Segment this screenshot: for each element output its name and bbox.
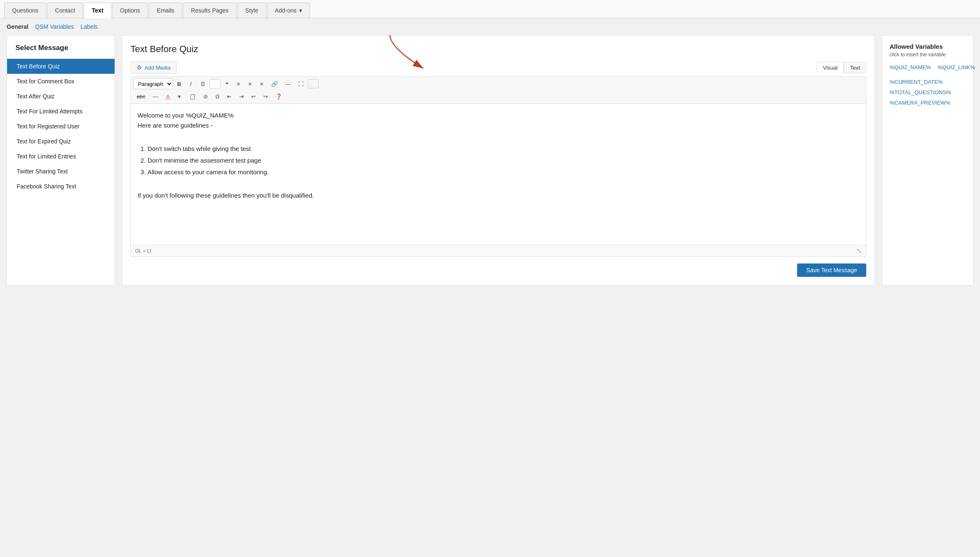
variable-current-date[interactable]: %CURRENT_DATE% xyxy=(890,79,965,85)
subnav-general[interactable]: General xyxy=(7,23,28,30)
align-center-button[interactable]: ≡ xyxy=(245,78,255,89)
sidebar-item-text-before-quiz[interactable]: Text Before Quiz xyxy=(7,59,115,74)
visual-text-tabs: Visual Text xyxy=(817,62,866,73)
subnav-qsm-variables[interactable]: QSM Variables xyxy=(35,23,74,30)
variable-quiz-name[interactable]: %QUIZ_NAME% xyxy=(890,64,931,70)
sidebar-item-text-for-limited-entries[interactable]: Text for Limited Entries xyxy=(7,149,115,164)
outdent-button[interactable]: ⇤ xyxy=(224,91,235,102)
sidebar: Select Message Text Before Quiz Text for… xyxy=(7,35,115,286)
toolbar-row-2: abc — A ▾ 📋 ⊘ Ω ⇤ ⇥ ↩ ↪ ❓ xyxy=(133,91,863,102)
add-media-bar: ⚙ Add Media Visual Text xyxy=(130,61,866,74)
editor-area: Text Before Quiz ⚙ Add Media Visual Text… xyxy=(122,35,875,286)
sub-nav: General QSM Variables Labels xyxy=(0,18,980,35)
variable-total-questions[interactable]: %TOTAL_QUESTIONS% xyxy=(890,89,965,95)
sidebar-title: Select Message xyxy=(7,44,115,59)
paste-from-word-button[interactable]: 📋 xyxy=(186,91,199,102)
main-content: Select Message Text Before Quiz Text for… xyxy=(0,35,980,292)
subnav-labels[interactable]: Labels xyxy=(80,23,98,30)
color-box-button[interactable] xyxy=(210,79,220,88)
resize-handle[interactable]: ⤡ xyxy=(856,247,862,255)
variables-row-1: %QUIZ_NAME% %QUIZ_LINK% xyxy=(890,64,965,75)
tab-bar: Questions Contact Text Options Emails Re… xyxy=(0,0,980,18)
allowed-variables-panel: Allowed Variables click to insert the va… xyxy=(882,35,973,286)
visual-tab[interactable]: Visual xyxy=(817,62,844,73)
sidebar-item-text-for-expired-quiz[interactable]: Text for Expired Quiz xyxy=(7,134,115,149)
help-button[interactable]: ❓ xyxy=(272,91,285,102)
paragraph-select[interactable]: Paragraph Heading 1 Heading 2 Heading 3 xyxy=(133,78,173,89)
add-media-icon: ⚙ xyxy=(137,64,142,71)
toolbar-row-1: Paragraph Heading 1 Heading 2 Heading 3 … xyxy=(133,78,863,89)
sidebar-item-facebook-sharing-text[interactable]: Facebook Sharing Text xyxy=(7,179,115,194)
blockquote-button[interactable]: ❝ xyxy=(221,78,232,89)
editor-content[interactable]: Welcome to your %QUIZ_NAME% Here are som… xyxy=(130,103,866,245)
sidebar-item-text-for-registered-user[interactable]: Text for Registered User xyxy=(7,119,115,134)
more-options-button[interactable] xyxy=(308,79,319,88)
editor-toolbar: Paragraph Heading 1 Heading 2 Heading 3 … xyxy=(130,76,866,103)
align-left-button[interactable]: ≡ xyxy=(233,78,244,89)
save-btn-row: Save Text Message xyxy=(130,263,866,277)
tab-text[interactable]: Text xyxy=(84,3,111,18)
indent-button[interactable]: ⇥ xyxy=(236,91,247,102)
text-color-button[interactable]: A xyxy=(162,91,173,102)
save-text-message-button[interactable]: Save Text Message xyxy=(797,263,866,277)
variable-camera-preview[interactable]: %CAMERA_PREVIEW% xyxy=(890,100,965,106)
sidebar-item-text-for-comment-box[interactable]: Text for Comment Box xyxy=(7,74,115,89)
sidebar-item-twitter-sharing-text[interactable]: Twitter Sharing Text xyxy=(7,164,115,179)
add-media-button[interactable]: ⚙ Add Media xyxy=(130,61,177,74)
hr-button[interactable]: — xyxy=(150,91,162,102)
special-char-button[interactable]: Ω xyxy=(212,91,223,102)
editor-statusbar: OL » LI ⤡ xyxy=(130,245,866,257)
editor-path: OL » LI xyxy=(135,248,151,254)
redo-button[interactable]: ↪ xyxy=(260,91,271,102)
italic-button[interactable]: I xyxy=(185,78,196,89)
text-tab[interactable]: Text xyxy=(844,62,866,73)
tab-add-ons[interactable]: Add-ons ▾ xyxy=(267,3,310,18)
clear-formatting-button[interactable]: ⊘ xyxy=(200,91,211,102)
sidebar-item-text-for-limited-attempts[interactable]: Text For Limited Attempts xyxy=(7,104,115,119)
tab-questions[interactable]: Questions xyxy=(4,3,46,18)
undo-button[interactable]: ↩ xyxy=(248,91,259,102)
editor-title: Text Before Quiz xyxy=(130,44,866,55)
bold-button[interactable]: B xyxy=(174,78,185,89)
allowed-variables-title: Allowed Variables xyxy=(890,43,965,50)
tab-style[interactable]: Style xyxy=(238,3,266,18)
tab-contact[interactable]: Contact xyxy=(47,3,83,18)
tab-emails[interactable]: Emails xyxy=(149,3,182,18)
tab-options[interactable]: Options xyxy=(112,3,148,18)
unordered-list-button[interactable]: ☰ xyxy=(197,78,209,89)
link-button[interactable]: 🔗 xyxy=(268,78,281,89)
variable-quiz-link[interactable]: %QUIZ_LINK% xyxy=(938,64,975,70)
align-right-button[interactable]: ≡ xyxy=(256,78,267,89)
fullscreen-button[interactable]: ⛶ xyxy=(295,78,307,89)
sidebar-item-text-after-quiz[interactable]: Text After Quiz xyxy=(7,89,115,104)
dropdown-arrow-icon: ▾ xyxy=(299,7,302,14)
tab-results-pages[interactable]: Results Pages xyxy=(183,3,236,18)
unlink-button[interactable]: — xyxy=(282,78,294,89)
allowed-variables-subtitle: click to insert the variable xyxy=(890,52,965,58)
text-color-dropdown-button[interactable]: ▾ xyxy=(174,91,185,102)
strikethrough-button[interactable]: abc xyxy=(133,91,149,102)
